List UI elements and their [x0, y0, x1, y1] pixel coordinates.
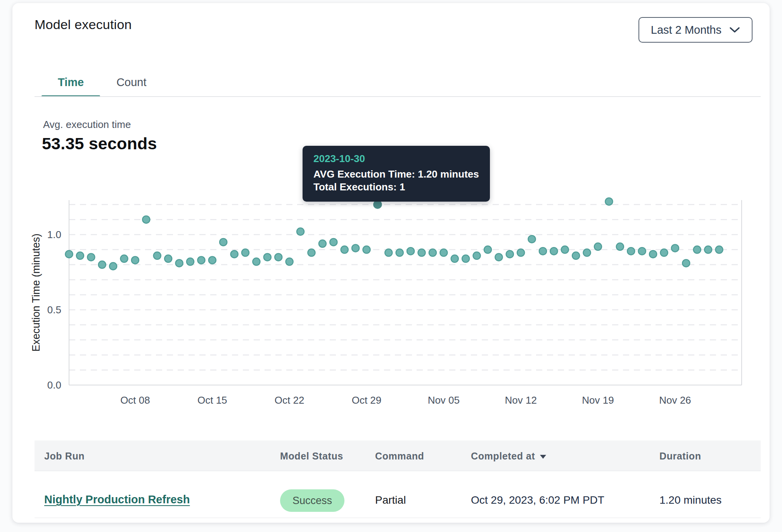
data-point[interactable] [396, 249, 403, 256]
data-point[interactable] [429, 249, 436, 256]
data-point[interactable] [660, 249, 668, 256]
x-tick-label: Nov 19 [582, 394, 614, 406]
completed-at-cell: Oct 29, 2023, 6:02 PM PDT [471, 494, 604, 506]
data-point[interactable] [583, 249, 591, 256]
data-point[interactable] [121, 255, 128, 263]
data-point[interactable] [99, 261, 106, 268]
row-divider [35, 518, 761, 518]
data-point[interactable] [528, 235, 536, 243]
data-point[interactable] [87, 254, 95, 261]
data-point[interactable] [164, 255, 172, 263]
data-point[interactable] [407, 247, 414, 255]
data-point[interactable] [572, 252, 580, 259]
chart-tabs: Time Count [42, 68, 163, 97]
data-point[interactable] [716, 246, 723, 253]
x-tick-label: Nov 05 [428, 394, 460, 406]
tab-count[interactable]: Count [100, 68, 163, 97]
data-point[interactable] [187, 258, 194, 265]
page-title: Model execution [35, 17, 132, 32]
data-point[interactable] [594, 243, 602, 250]
column-header-completed-at[interactable]: Completed at [471, 451, 547, 462]
status-badge: Success [280, 489, 344, 512]
data-point[interactable] [131, 256, 139, 264]
data-point[interactable] [462, 255, 469, 263]
data-point[interactable] [550, 247, 557, 255]
data-point[interactable] [605, 198, 612, 205]
x-tick-label: Oct 15 [197, 394, 227, 406]
data-point[interactable] [682, 259, 690, 267]
data-point[interactable] [297, 228, 304, 235]
data-point[interactable] [506, 250, 514, 258]
y-axis-label: Execution Time (minutes) [30, 233, 42, 352]
tooltip-avg-line: AVG Execution Time: 1.20 minutes [313, 168, 479, 181]
tooltip-date: 2023-10-30 [313, 153, 479, 165]
table-row: Nightly Production Refresh Success Parti… [35, 471, 761, 517]
data-point[interactable] [385, 249, 392, 256]
x-tick-label: Oct 22 [275, 394, 304, 406]
data-point[interactable] [308, 249, 315, 256]
column-header-model-status[interactable]: Model Status [280, 451, 343, 462]
duration-cell: 1.20 minutes [659, 494, 721, 506]
data-point[interactable] [451, 255, 458, 263]
data-point[interactable] [341, 246, 348, 253]
table-header: Job Run Model Status Command Completed a… [35, 440, 761, 471]
data-point[interactable] [142, 216, 150, 223]
data-point[interactable] [109, 263, 117, 270]
data-point[interactable] [627, 247, 635, 255]
data-point[interactable] [561, 246, 569, 253]
data-point[interactable] [418, 249, 426, 256]
data-point[interactable] [440, 249, 447, 256]
tooltip-total-line: Total Executions: 1 [313, 181, 479, 193]
data-point[interactable] [539, 247, 547, 255]
y-tick-label: 0.0 [47, 379, 61, 391]
column-header-job-run[interactable]: Job Run [44, 451, 85, 462]
execution-time-chart[interactable]: 0.00.51.0Oct 08Oct 15Oct 22Oct 29Nov 05N… [12, 185, 782, 418]
chevron-down-icon [729, 26, 740, 33]
data-point[interactable] [275, 254, 282, 261]
data-point[interactable] [220, 238, 227, 246]
data-point[interactable] [197, 256, 205, 264]
avg-execution-time-value: 53.35 seconds [42, 134, 157, 153]
data-point[interactable] [517, 249, 524, 256]
data-point[interactable] [176, 259, 183, 267]
avg-execution-time-label: Avg. execution time [43, 119, 131, 131]
column-header-command[interactable]: Command [375, 451, 424, 462]
highlighted-data-point[interactable] [374, 200, 381, 208]
sort-desc-icon [539, 451, 547, 462]
data-point[interactable] [671, 244, 679, 252]
data-point[interactable] [363, 246, 370, 253]
data-point[interactable] [231, 250, 238, 258]
data-point[interactable] [209, 256, 216, 264]
y-tick-label: 0.5 [47, 304, 61, 316]
data-point[interactable] [352, 244, 359, 252]
data-point[interactable] [484, 246, 491, 253]
x-tick-label: Nov 12 [505, 394, 536, 406]
x-tick-label: Oct 08 [120, 394, 150, 406]
data-point[interactable] [253, 258, 260, 265]
job-run-link[interactable]: Nightly Production Refresh [44, 493, 190, 506]
data-point[interactable] [473, 252, 481, 259]
x-tick-label: Oct 29 [352, 394, 382, 406]
data-point[interactable] [66, 250, 73, 258]
model-execution-card: Model execution Last 2 Months Time Count… [12, 3, 770, 523]
data-point[interactable] [76, 252, 84, 259]
data-point[interactable] [154, 252, 161, 259]
date-range-label: Last 2 Months [651, 24, 721, 36]
tabs-divider [35, 96, 761, 97]
data-point[interactable] [649, 250, 657, 258]
data-point[interactable] [286, 258, 293, 265]
data-point[interactable] [319, 240, 326, 247]
date-range-selector-button[interactable]: Last 2 Months [638, 17, 753, 43]
data-point[interactable] [242, 249, 249, 256]
data-point[interactable] [694, 246, 701, 253]
column-header-duration[interactable]: Duration [659, 451, 701, 462]
data-point[interactable] [330, 238, 337, 246]
data-point[interactable] [704, 246, 712, 253]
data-point[interactable] [495, 254, 502, 261]
data-point[interactable] [264, 254, 271, 261]
data-point[interactable] [638, 247, 646, 255]
data-point[interactable] [616, 243, 624, 250]
tab-time[interactable]: Time [42, 68, 100, 97]
y-tick-label: 1.0 [47, 229, 61, 240]
chart-tooltip: 2023-10-30 AVG Execution Time: 1.20 minu… [303, 146, 490, 202]
